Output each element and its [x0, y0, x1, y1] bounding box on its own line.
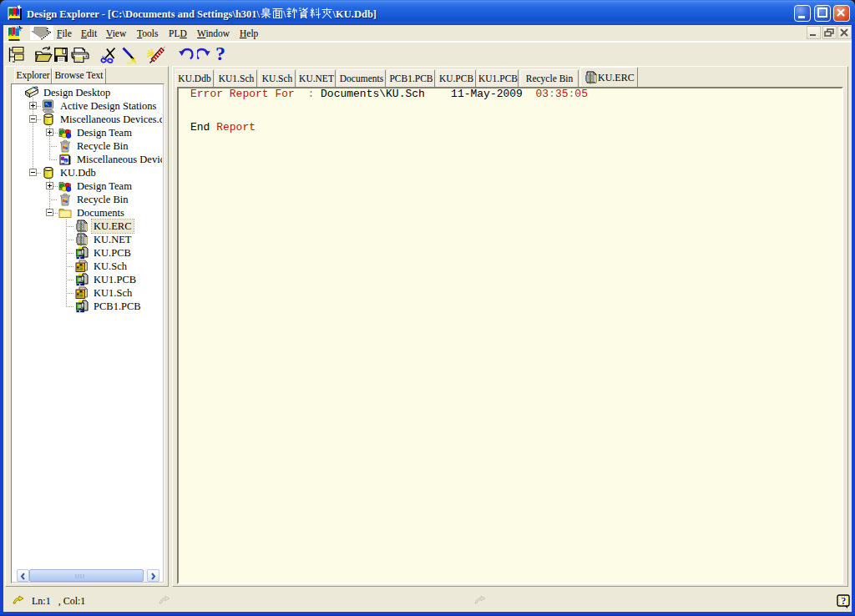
svg-text:?: ?	[841, 595, 846, 607]
